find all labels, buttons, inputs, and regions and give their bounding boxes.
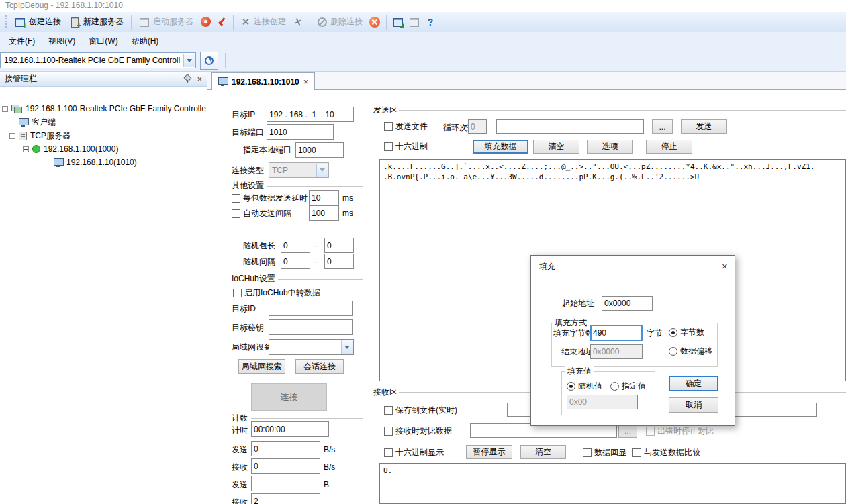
session-tab[interactable]: 192.168.1.10:1010 ×: [211, 72, 315, 90]
menu-help[interactable]: 帮助(H): [125, 32, 166, 50]
iochub-enable-label[interactable]: 启用IoCHub中转数据: [244, 288, 320, 297]
tree-node-label[interactable]: 192.168.1.100-Realtek PCIe GbE Family Co…: [26, 104, 206, 113]
random-value-radio[interactable]: 随机值: [567, 381, 602, 391]
record-button[interactable]: [197, 13, 214, 31]
send-button[interactable]: 发送: [681, 119, 727, 134]
random-gap-max-input[interactable]: [324, 254, 354, 269]
show-window-button[interactable]: [390, 13, 406, 31]
compare-on-receive-label[interactable]: 接收时对比数据: [395, 426, 452, 436]
hide-window-button[interactable]: [406, 13, 422, 31]
random-value-radio-label[interactable]: 随机值: [578, 381, 602, 391]
new-server-button[interactable]: 新建服务器: [65, 13, 128, 30]
checkbox-icon[interactable]: [583, 448, 592, 457]
send-file-path-input[interactable]: [496, 119, 644, 134]
auto-interval-label[interactable]: 自动发送间隔: [243, 209, 291, 218]
packet-delay-label[interactable]: 每包数据发送延时: [243, 193, 308, 203]
lan-device-select[interactable]: [269, 339, 354, 355]
random-length-min-input[interactable]: [281, 238, 310, 253]
echo-label[interactable]: 数据回显: [594, 448, 626, 457]
cancel-button[interactable]: 取消: [669, 397, 718, 413]
fill-bytes-input[interactable]: [590, 325, 643, 341]
tree-node-label[interactable]: 192.168.1.100(1000): [44, 144, 118, 154]
collapse-icon[interactable]: [9, 133, 15, 139]
target-key-input[interactable]: [269, 319, 352, 335]
radio-icon[interactable]: [610, 382, 619, 391]
end-address-input[interactable]: [590, 344, 643, 359]
checkbox-icon[interactable]: [646, 427, 655, 436]
checkbox-icon[interactable]: [233, 289, 242, 297]
fixed-value-input[interactable]: [567, 395, 638, 409]
send-file-checkbox[interactable]: 发送文件: [384, 121, 428, 131]
auto-interval-input[interactable]: [309, 205, 339, 221]
loop-count-input[interactable]: [468, 119, 487, 134]
auto-interval-checkbox[interactable]: 自动发送间隔: [232, 209, 291, 218]
receive-data-textarea[interactable]: U.: [379, 463, 846, 504]
checkbox-icon[interactable]: [232, 146, 240, 154]
checkbox-icon[interactable]: [384, 427, 393, 436]
tree-node-label[interactable]: 192.168.1.10(1010): [66, 158, 137, 167]
tree-node-client[interactable]: 客户端: [0, 115, 207, 129]
pause-display-button[interactable]: 暂停显示: [466, 445, 512, 459]
local-port-checkbox[interactable]: 指定本地端口: [232, 145, 291, 154]
refresh-adapters-button[interactable]: [200, 52, 218, 70]
stop-button[interactable]: 停止: [646, 140, 692, 154]
connection-type-select[interactable]: TCP: [269, 162, 329, 178]
collapse-icon[interactable]: [23, 146, 29, 152]
packet-delay-input[interactable]: [309, 190, 339, 205]
fixed-value-radio-label[interactable]: 指定值: [622, 381, 646, 391]
hex-display-checkbox[interactable]: 十六进制显示: [384, 448, 444, 457]
adapter-combobox-arrow[interactable]: [183, 54, 195, 67]
select-arrow[interactable]: [316, 164, 328, 177]
menu-file[interactable]: 文件(F): [2, 32, 42, 50]
lan-search-button[interactable]: 局域网搜索: [238, 359, 285, 374]
start-address-input[interactable]: [602, 296, 653, 311]
fixed-value-radio[interactable]: 指定值: [610, 381, 646, 391]
target-id-input[interactable]: [269, 301, 352, 316]
target-port-input[interactable]: [267, 124, 334, 140]
radio-icon[interactable]: [567, 382, 575, 391]
save-to-file-label[interactable]: 保存到文件(实时): [395, 405, 457, 415]
connect-create-button[interactable]: 连接创建: [237, 13, 290, 30]
connect-tool-button[interactable]: [290, 13, 306, 31]
radio-icon[interactable]: [669, 328, 677, 337]
create-connection-button[interactable]: 创建连接: [11, 13, 65, 30]
hex-send-checkbox[interactable]: 十六进制: [384, 142, 428, 151]
dialog-close-button[interactable]: ×: [714, 256, 736, 276]
menu-window[interactable]: 窗口(W): [82, 32, 124, 50]
ok-button[interactable]: 确定: [669, 376, 718, 391]
checkbox-icon[interactable]: [384, 122, 393, 131]
iochub-enable-checkbox[interactable]: 启用IoCHub中转数据: [233, 288, 320, 297]
local-port-label[interactable]: 指定本地端口: [243, 145, 291, 154]
data-offset-radio-label[interactable]: 数据偏移: [680, 346, 712, 356]
checkbox-icon[interactable]: [232, 209, 240, 218]
tree-node-tcp-server[interactable]: TCP服务器: [0, 129, 207, 142]
options-button[interactable]: 选项: [587, 140, 633, 154]
byte-count-radio[interactable]: 字节数: [669, 327, 704, 337]
session-connect-button[interactable]: 会话连接: [295, 359, 344, 374]
radio-icon[interactable]: [669, 347, 677, 356]
tree-node-label[interactable]: TCP服务器: [30, 130, 70, 142]
select-arrow[interactable]: [341, 340, 352, 354]
fill-data-button[interactable]: 填充数据: [473, 140, 528, 154]
stop-on-error-label[interactable]: 出错时停止对比: [657, 426, 714, 436]
connect-button[interactable]: 连接: [251, 383, 327, 411]
delete-connection-button[interactable]: 删除连接: [314, 13, 367, 30]
compare-with-send-checkbox[interactable]: 与发送数据比较: [632, 448, 700, 457]
random-gap-min-input[interactable]: [281, 254, 310, 269]
checkbox-icon[interactable]: [232, 194, 240, 203]
target-ip-input[interactable]: [267, 107, 354, 122]
echo-checkbox[interactable]: 数据回显: [583, 448, 626, 457]
help-button[interactable]: ?: [422, 13, 438, 31]
byte-count-radio-label[interactable]: 字节数: [680, 327, 704, 337]
toolbar-grip[interactable]: [5, 15, 7, 29]
checkbox-icon[interactable]: [384, 142, 393, 151]
packet-delay-checkbox[interactable]: 每包数据发送延时: [232, 193, 308, 203]
pin-icon[interactable]: [183, 74, 191, 83]
checkbox-icon[interactable]: [384, 406, 393, 415]
hex-display-label[interactable]: 十六进制显示: [395, 448, 444, 457]
compare-with-send-label[interactable]: 与发送数据比较: [644, 448, 700, 457]
stop-on-error-checkbox[interactable]: 出错时停止对比: [646, 426, 714, 436]
panel-close-icon[interactable]: ×: [197, 74, 202, 83]
close-connection-button[interactable]: [367, 13, 383, 31]
tab-close-icon[interactable]: ×: [303, 77, 309, 86]
